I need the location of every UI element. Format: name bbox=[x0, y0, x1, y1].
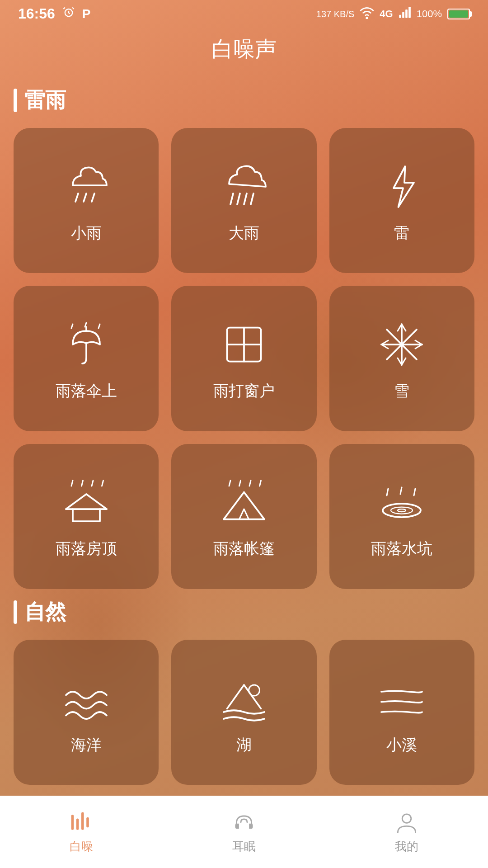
svg-rect-51 bbox=[71, 815, 74, 830]
nav-item-mine[interactable]: 我的 bbox=[376, 805, 437, 859]
bottom-nav: 白噪 耳眠 我的 bbox=[0, 796, 488, 868]
bars-icon bbox=[69, 810, 94, 835]
snow-icon bbox=[375, 317, 429, 372]
p-icon: P bbox=[82, 7, 91, 21]
nav-label-white-noise: 白噪 bbox=[70, 839, 93, 854]
svg-line-35 bbox=[92, 481, 93, 486]
card-rain-puddle[interactable]: 雨落水坑 bbox=[329, 444, 474, 589]
headphone-icon bbox=[231, 810, 257, 835]
alarm-icon bbox=[62, 6, 75, 22]
svg-line-42 bbox=[387, 489, 388, 495]
card-heavy-rain[interactable]: 大雨 bbox=[171, 128, 316, 273]
nav-item-white-noise[interactable]: 白噪 bbox=[51, 805, 112, 859]
svg-line-8 bbox=[92, 193, 94, 202]
battery-percent: 100% bbox=[417, 8, 442, 20]
svg-line-33 bbox=[71, 481, 73, 486]
svg-rect-3 bbox=[402, 12, 404, 18]
nav-item-ear-eye[interactable]: 耳眠 bbox=[213, 805, 275, 859]
thunder-icon bbox=[375, 160, 429, 214]
svg-line-38 bbox=[229, 481, 230, 486]
svg-line-17 bbox=[99, 324, 100, 328]
light-rain-icon bbox=[59, 160, 113, 214]
page-content: 白噪声 雷雨 小雨 bbox=[0, 26, 488, 868]
section-title-thunder-rain: 雷雨 bbox=[24, 86, 66, 114]
lake-icon bbox=[217, 671, 271, 726]
svg-point-48 bbox=[249, 685, 259, 696]
heavy-rain-icon bbox=[217, 160, 271, 214]
thunder-rain-grid: 小雨 大雨 雷 bbox=[14, 128, 474, 589]
section-bar bbox=[14, 89, 17, 112]
card-rain-tent[interactable]: 雨落帐篷 bbox=[171, 444, 316, 589]
ocean-icon bbox=[59, 671, 113, 726]
rain-umbrella-icon bbox=[59, 317, 113, 372]
rain-puddle-icon bbox=[375, 475, 429, 529]
svg-point-1 bbox=[366, 17, 368, 19]
svg-line-40 bbox=[249, 481, 251, 486]
svg-line-9 bbox=[230, 193, 233, 204]
svg-line-43 bbox=[400, 487, 402, 494]
signal-bars-icon bbox=[399, 6, 411, 22]
nav-label-mine: 我的 bbox=[395, 839, 418, 854]
card-light-rain[interactable]: 小雨 bbox=[14, 128, 159, 273]
card-label-heavy-rain: 大雨 bbox=[229, 223, 259, 244]
svg-point-47 bbox=[398, 509, 406, 512]
card-label-lake: 湖 bbox=[236, 735, 252, 755]
card-stream[interactable]: 小溪 bbox=[329, 640, 474, 785]
page-title: 白噪声 bbox=[14, 26, 474, 77]
card-label-light-rain: 小雨 bbox=[71, 223, 102, 244]
card-rain-umbrella[interactable]: 雨落伞上 bbox=[14, 286, 159, 431]
svg-rect-5 bbox=[408, 7, 411, 18]
svg-line-15 bbox=[71, 324, 73, 328]
svg-line-41 bbox=[259, 481, 261, 486]
status-left: 16:56 P bbox=[18, 5, 91, 22]
card-rain-roof[interactable]: 雨落房顶 bbox=[14, 444, 159, 589]
svg-line-36 bbox=[102, 481, 103, 486]
card-label-rain-window: 雨打窗户 bbox=[213, 381, 275, 401]
svg-rect-2 bbox=[399, 14, 401, 18]
card-label-rain-umbrella: 雨落伞上 bbox=[56, 381, 117, 401]
status-right: 137 KB/S 4G 100% bbox=[316, 6, 470, 22]
card-label-ocean: 海洋 bbox=[71, 735, 102, 755]
card-thunder[interactable]: 雷 bbox=[329, 128, 474, 273]
card-lake[interactable]: 湖 bbox=[171, 640, 316, 785]
card-snow[interactable]: 雪 bbox=[329, 286, 474, 431]
card-label-rain-tent: 雨落帐篷 bbox=[213, 538, 275, 559]
svg-point-55 bbox=[402, 814, 411, 823]
section-header-thunder-rain: 雷雨 bbox=[14, 86, 474, 114]
svg-rect-4 bbox=[405, 9, 408, 18]
card-label-rain-roof: 雨落房顶 bbox=[56, 538, 117, 559]
card-ocean[interactable]: 海洋 bbox=[14, 640, 159, 785]
svg-point-45 bbox=[383, 504, 421, 517]
section-header-nature: 自然 bbox=[14, 598, 474, 626]
status-time: 16:56 bbox=[18, 5, 55, 22]
status-bar: 16:56 P 137 KB/S 4G bbox=[0, 0, 488, 26]
svg-rect-52 bbox=[76, 819, 79, 830]
section-bar-nature bbox=[14, 600, 17, 624]
user-icon bbox=[394, 810, 419, 835]
network-speed: 137 KB/S bbox=[316, 9, 355, 19]
rain-tent-icon bbox=[217, 475, 271, 529]
card-label-stream: 小溪 bbox=[386, 735, 417, 755]
svg-line-44 bbox=[414, 489, 415, 495]
svg-line-10 bbox=[237, 193, 240, 204]
card-label-rain-puddle: 雨落水坑 bbox=[371, 538, 432, 559]
card-rain-window[interactable]: 雨打窗户 bbox=[171, 286, 316, 431]
card-label-thunder: 雷 bbox=[394, 223, 409, 244]
signal-icon: 4G bbox=[380, 8, 393, 20]
rain-roof-icon bbox=[59, 475, 113, 529]
svg-line-39 bbox=[239, 481, 240, 486]
svg-line-34 bbox=[81, 481, 83, 486]
battery-icon bbox=[447, 9, 470, 19]
svg-line-11 bbox=[244, 193, 247, 204]
nav-label-ear-eye: 耳眠 bbox=[232, 839, 256, 854]
stream-icon bbox=[375, 671, 429, 726]
card-label-snow: 雪 bbox=[394, 381, 409, 401]
svg-line-12 bbox=[251, 193, 253, 204]
section-title-nature: 自然 bbox=[24, 598, 66, 626]
svg-line-7 bbox=[84, 193, 86, 202]
wifi-icon bbox=[360, 6, 374, 22]
rain-window-icon bbox=[217, 317, 271, 372]
svg-rect-53 bbox=[81, 812, 84, 830]
svg-line-6 bbox=[75, 193, 78, 202]
svg-point-46 bbox=[391, 507, 413, 514]
